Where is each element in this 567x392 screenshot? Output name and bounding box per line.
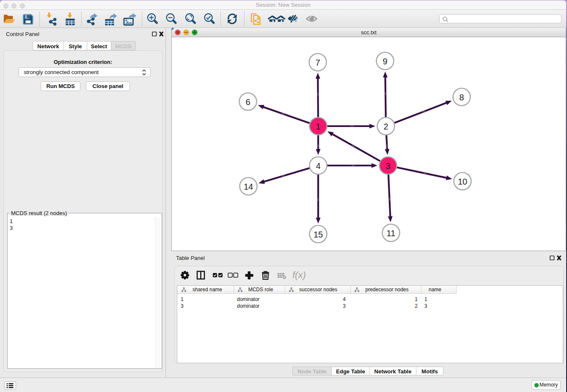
svg-text:1: 1: [316, 122, 320, 131]
svg-text:6: 6: [245, 97, 250, 107]
svg-text:15: 15: [314, 230, 323, 239]
svg-text:11: 11: [387, 229, 396, 238]
svg-text:9: 9: [383, 57, 387, 66]
svg-text:f(x): f(x): [292, 270, 306, 280]
svg-text:3: 3: [385, 161, 390, 171]
svg-text:10: 10: [458, 177, 467, 186]
svg-text:7: 7: [315, 58, 320, 67]
svg-text:14: 14: [244, 182, 253, 191]
svg-text:2: 2: [383, 122, 388, 131]
svg-text:8: 8: [459, 93, 464, 102]
svg-text:4: 4: [316, 161, 320, 171]
